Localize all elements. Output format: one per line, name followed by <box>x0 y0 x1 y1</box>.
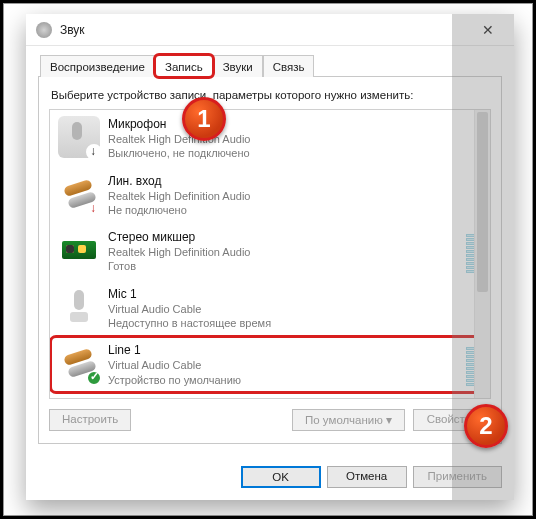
device-status: Устройство по умолчанию <box>108 373 466 387</box>
device-row[interactable]: Микрофон Realtek High Definition Audio В… <box>50 110 490 167</box>
line-in-icon <box>58 173 100 215</box>
scrollbar[interactable] <box>474 110 490 398</box>
titlebar: Звук ✕ <box>26 14 514 46</box>
configure-button[interactable]: Настроить <box>49 409 131 431</box>
tab-playback[interactable]: Воспроизведение <box>40 55 155 77</box>
status-badge-default-icon <box>86 370 102 386</box>
device-list[interactable]: Микрофон Realtek High Definition Audio В… <box>49 109 491 399</box>
window-title: Звук <box>60 23 85 37</box>
device-row[interactable]: Mic 1 Virtual Audio Cable Недоступно в н… <box>50 280 490 337</box>
device-row[interactable]: Стерео микшер Realtek High Definition Au… <box>50 223 490 280</box>
device-status: Недоступно в настоящее время <box>108 316 482 330</box>
set-default-button[interactable]: По умолчанию <box>292 409 405 431</box>
sound-icon <box>36 22 52 38</box>
device-driver: Virtual Audio Cable <box>108 358 466 372</box>
sound-dialog: Звук ✕ Воспроизведение Запись Звуки Связ… <box>26 14 514 500</box>
ok-button[interactable]: OK <box>241 466 321 488</box>
device-driver: Virtual Audio Cable <box>108 302 482 316</box>
device-status: Не подключено <box>108 203 482 217</box>
annotation-callout-1: 1 <box>182 97 226 141</box>
status-badge-unplugged-icon <box>86 201 102 217</box>
microphone-icon <box>58 116 100 158</box>
close-button[interactable]: ✕ <box>468 18 508 42</box>
device-name: Лин. вход <box>108 174 482 189</box>
device-row-selected[interactable]: Line 1 Virtual Audio Cable Устройство по… <box>50 336 490 393</box>
device-status: Выключено, не подключено <box>108 146 482 160</box>
device-name: Mic 1 <box>108 287 482 302</box>
device-driver: Realtek High Definition Audio <box>108 245 466 259</box>
tab-recording[interactable]: Запись <box>155 55 213 77</box>
device-driver: Realtek High Definition Audio <box>108 189 482 203</box>
annotation-callout-2: 2 <box>464 404 508 448</box>
status-badge-disabled-icon <box>86 144 102 160</box>
instruction-text: Выберите устройство записи, параметры ко… <box>51 89 491 101</box>
device-name: Line 1 <box>108 343 466 358</box>
stereo-mix-icon <box>58 229 100 271</box>
device-driver: Realtek High Definition Audio <box>108 132 482 146</box>
microphone-icon <box>58 286 100 328</box>
cancel-button[interactable]: Отмена <box>327 466 407 488</box>
dialog-footer: OK Отмена Применить <box>26 456 514 500</box>
device-row[interactable]: Лин. вход Realtek High Definition Audio … <box>50 167 490 224</box>
apply-button[interactable]: Применить <box>413 466 502 488</box>
tab-panel: Выберите устройство записи, параметры ко… <box>38 76 502 444</box>
tab-communications[interactable]: Связь <box>263 55 315 77</box>
device-name: Микрофон <box>108 117 482 132</box>
tab-sounds[interactable]: Звуки <box>213 55 263 77</box>
scroll-thumb[interactable] <box>477 112 488 292</box>
device-name: Стерео микшер <box>108 230 466 245</box>
device-status: Готов <box>108 259 466 273</box>
tab-strip: Воспроизведение Запись Звуки Связь <box>40 54 502 76</box>
line-icon <box>58 342 100 384</box>
